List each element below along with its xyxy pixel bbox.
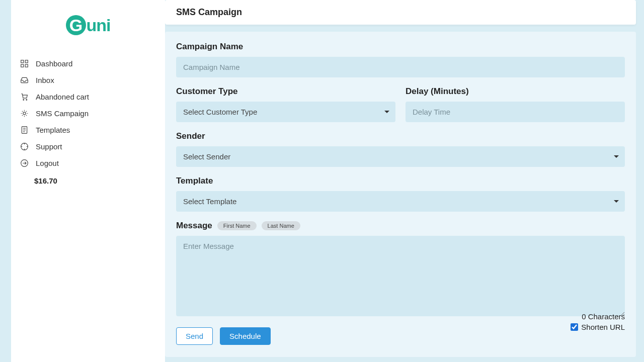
delay-label: Delay (Minutes) [406, 86, 625, 97]
balance-amount: $16.70 [11, 171, 165, 185]
logo-rest: uni [87, 16, 111, 35]
inbox-icon [20, 76, 29, 84]
last-name-pill[interactable]: Last Name [262, 221, 300, 230]
sidebar-item-label: SMS Campaign [36, 109, 89, 118]
support-icon [20, 142, 29, 151]
form-panel: Campaign Name Customer Type Select Custo… [165, 32, 636, 357]
char-count: 0 Characters [571, 312, 625, 321]
shorten-url-checkbox[interactable] [571, 323, 578, 331]
sidebar-item-inbox[interactable]: Inbox [20, 72, 156, 88]
svg-point-5 [26, 100, 27, 101]
page-title: SMS Campaign [176, 7, 625, 18]
schedule-button[interactable]: Schedule [220, 327, 271, 345]
sidebar-item-logout[interactable]: Logout [20, 155, 156, 171]
sidebar-item-label: Inbox [36, 76, 54, 84]
customer-type-select[interactable]: Select Customer Type [176, 102, 395, 122]
page-header: SMS Campaign [165, 0, 636, 25]
template-label: Template [176, 176, 625, 186]
logo-letter: G [66, 15, 86, 35]
svg-rect-0 [21, 60, 24, 63]
sender-select[interactable]: Select Sender [176, 146, 625, 167]
sender-label: Sender [176, 131, 625, 141]
send-button[interactable]: Send [176, 327, 213, 345]
sidebar-item-support[interactable]: Support [20, 138, 156, 155]
shorten-url-label: Shorten URL [581, 323, 625, 331]
first-name-pill[interactable]: First Name [217, 221, 257, 230]
dashboard-icon [20, 59, 29, 68]
template-select[interactable]: Select Template [176, 191, 625, 212]
sidebar-item-templates[interactable]: Templates [20, 122, 156, 138]
svg-rect-1 [25, 60, 28, 63]
nav: Dashboard Inbox Abandoned cart SMS Campa… [11, 55, 165, 171]
campaign-name-label: Campaign Name [176, 42, 625, 52]
message-label: Message [176, 221, 212, 231]
cart-icon [20, 93, 29, 101]
sidebar-item-label: Logout [36, 159, 59, 167]
logout-icon [20, 159, 29, 167]
sidebar-item-label: Dashboard [36, 59, 72, 68]
svg-point-6 [23, 112, 26, 115]
sidebar-item-label: Abandoned cart [36, 93, 89, 101]
campaign-name-input[interactable] [176, 57, 625, 77]
logo: Guni [11, 15, 165, 35]
templates-icon [20, 126, 29, 134]
svg-point-4 [23, 100, 24, 101]
sidebar-item-dashboard[interactable]: Dashboard [20, 55, 156, 72]
message-textarea[interactable] [176, 236, 625, 316]
main: SMS Campaign Campaign Name Customer Type… [165, 0, 644, 362]
svg-rect-3 [25, 64, 28, 67]
campaign-icon [20, 109, 29, 118]
svg-rect-2 [21, 64, 24, 67]
sidebar-item-abandoned-cart[interactable]: Abandoned cart [20, 88, 156, 105]
sidebar-item-label: Support [36, 142, 62, 151]
customer-type-label: Customer Type [176, 86, 395, 97]
sidebar: Guni Dashboard Inbox Abandoned cart SMS … [11, 0, 165, 362]
sidebar-item-sms-campaign[interactable]: SMS Campaign [20, 105, 156, 122]
message-label-row: Message First Name Last Name [176, 221, 625, 231]
sidebar-item-label: Templates [36, 126, 70, 134]
delay-input[interactable] [406, 102, 625, 122]
